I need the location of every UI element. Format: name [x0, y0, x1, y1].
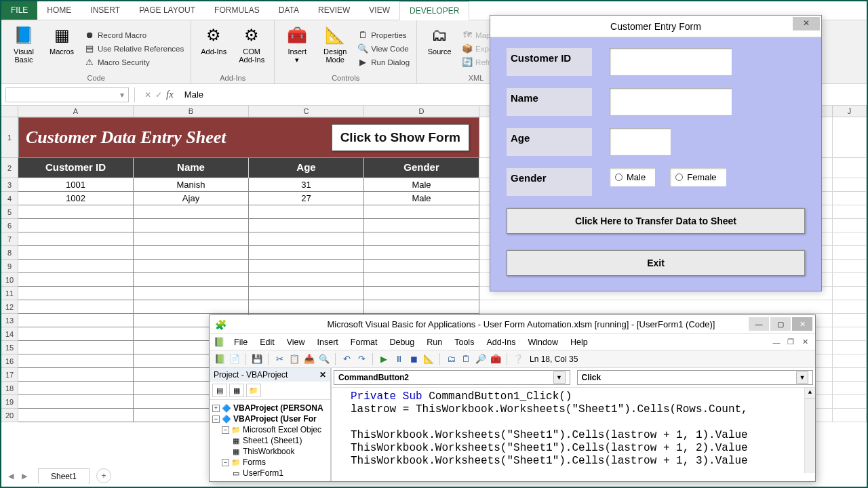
rowhead-7[interactable]: 7	[1, 232, 18, 246]
rowhead-12[interactable]: 12	[1, 300, 18, 314]
vba-child-close-button[interactable]: ✕	[799, 337, 811, 348]
vba-menu-window[interactable]: Window	[523, 336, 564, 349]
cell-gender[interactable]: Male	[364, 178, 479, 192]
rowhead-2[interactable]: 2	[1, 158, 18, 178]
properties-button[interactable]: 🗒Properties	[356, 29, 411, 41]
procedure-dropdown[interactable]: Click▼	[577, 370, 814, 385]
insert-control-button[interactable]: 🧰 Insert▾	[280, 23, 314, 74]
save-icon[interactable]: 💾	[251, 353, 263, 365]
tab-formulas[interactable]: FORMULAS	[205, 1, 269, 20]
cell-blank[interactable]	[18, 354, 134, 368]
cell-blank[interactable]	[134, 273, 249, 287]
rowhead-3[interactable]: 3	[1, 178, 18, 192]
exit-button[interactable]: Exit	[507, 250, 805, 276]
userform-titlebar[interactable]: Customer Entry Form ✕	[490, 16, 821, 37]
tree-thisworkbook[interactable]: ThisWorkbook	[243, 447, 294, 456]
cell-blank[interactable]	[833, 219, 867, 232]
cell-blank[interactable]	[364, 300, 479, 314]
cell-blank[interactable]	[249, 246, 364, 260]
cell-blank[interactable]	[833, 273, 867, 287]
cell-blank[interactable]	[18, 260, 134, 273]
vba-menu-addins[interactable]: Add-Ins	[481, 336, 521, 349]
cell-blank[interactable]	[134, 246, 249, 260]
cell-blank[interactable]	[134, 219, 249, 232]
scroll-up-icon[interactable]: ▲	[805, 388, 815, 399]
th-gender[interactable]: Gender	[364, 158, 479, 178]
th-name[interactable]: Name	[134, 158, 249, 178]
show-form-button[interactable]: Click to Show Form	[332, 124, 469, 151]
cell-blank[interactable]	[18, 273, 134, 287]
cell-blank[interactable]	[18, 246, 134, 260]
cell-blank[interactable]	[364, 232, 479, 246]
cell-blank[interactable]	[833, 314, 867, 327]
cut-icon[interactable]: ✂	[273, 353, 285, 365]
code-scrollbar[interactable]: ▲	[804, 388, 815, 473]
cell-blank[interactable]	[833, 117, 867, 158]
cell-blank[interactable]	[18, 327, 134, 341]
tab-review[interactable]: REVIEW	[309, 1, 359, 20]
tree-userform1[interactable]: UserForm1	[243, 468, 283, 478]
rowhead-14[interactable]: 14	[1, 327, 18, 341]
vba-menu-file[interactable]: File	[229, 336, 253, 349]
cancel-formula-icon[interactable]: ✕	[144, 90, 151, 100]
excel-app-icon[interactable]: 📗	[214, 337, 224, 348]
cell-blank[interactable]	[134, 287, 249, 300]
undo-icon[interactable]: ↶	[340, 353, 353, 365]
tab-view[interactable]: VIEW	[359, 1, 399, 20]
name-box-dropdown-icon[interactable]: ▾	[120, 90, 124, 100]
rowhead-16[interactable]: 16	[1, 354, 18, 368]
col-header-b[interactable]: B	[134, 106, 249, 117]
sheet-nav-right-icon[interactable]: ▶	[18, 469, 31, 483]
cell-blank[interactable]	[249, 205, 364, 219]
properties-window-icon[interactable]: 🗒	[460, 353, 472, 365]
tab-developer[interactable]: DEVELOPER	[399, 1, 469, 20]
object-dropdown[interactable]: CommandButton2▼	[334, 370, 570, 385]
rowhead-20[interactable]: 20	[1, 409, 18, 422]
find-icon[interactable]: 🔍	[318, 353, 330, 365]
cell-age[interactable]: 27	[249, 192, 364, 205]
vba-menu-help[interactable]: Help	[565, 336, 593, 349]
fx-icon[interactable]: fx	[166, 89, 174, 100]
cell-customer-id[interactable]: 1002	[18, 192, 134, 205]
cell-blank[interactable]	[134, 232, 249, 246]
cell-blank[interactable]	[364, 246, 479, 260]
help-icon[interactable]: ❔	[512, 353, 524, 365]
col-header-a[interactable]: A	[18, 106, 134, 117]
sheet-tab-sheet1[interactable]: Sheet1	[38, 468, 90, 484]
cell-blank[interactable]	[364, 273, 479, 287]
cell-blank[interactable]	[833, 178, 867, 192]
macro-security-button[interactable]: ⚠Macro Security	[83, 56, 185, 68]
paste-icon[interactable]: 📥	[303, 353, 315, 365]
name-box[interactable]: ▾	[5, 87, 129, 102]
toggle-folders-icon[interactable]: 📁	[246, 384, 261, 397]
rowhead-5[interactable]: 5	[1, 205, 18, 219]
visual-basic-button[interactable]: 📘 Visual Basic	[7, 23, 41, 74]
cell-blank[interactable]	[18, 395, 134, 409]
cell-name[interactable]: Ajay	[134, 192, 249, 205]
vba-minimize-button[interactable]: —	[749, 317, 769, 331]
col-header-j[interactable]: J	[833, 106, 867, 117]
th-customer-id[interactable]: Customer ID	[18, 158, 134, 178]
insert-module-icon[interactable]: 📄	[229, 353, 241, 365]
cell-blank[interactable]	[18, 341, 134, 354]
cell-blank[interactable]	[833, 158, 867, 178]
vba-menu-format[interactable]: Format	[345, 336, 383, 349]
cell-blank[interactable]	[833, 192, 867, 205]
cell-blank[interactable]	[249, 260, 364, 273]
view-code-icon[interactable]: ▤	[212, 384, 227, 397]
sheet-nav-left-icon[interactable]: ◀	[4, 469, 18, 483]
tree-project-personal[interactable]: VBAProject (PERSONA	[233, 403, 323, 413]
com-addins-button[interactable]: ⚙ COM Add-Ins	[235, 23, 269, 74]
rowhead-10[interactable]: 10	[1, 273, 18, 287]
rowhead-11[interactable]: 11	[1, 287, 18, 300]
vba-menu-run[interactable]: Run	[421, 336, 448, 349]
cell-blank[interactable]	[833, 327, 867, 341]
copy-icon[interactable]: 📋	[288, 353, 300, 365]
cell-blank[interactable]	[18, 219, 134, 232]
cell-blank[interactable]	[249, 300, 364, 314]
cell-blank[interactable]	[364, 287, 479, 300]
tree-folder-excel-objects[interactable]: Microsoft Excel Objec	[243, 425, 321, 434]
cell-blank[interactable]	[833, 368, 867, 382]
view-code-button[interactable]: 🔍View Code	[356, 43, 411, 55]
rowhead-6[interactable]: 6	[1, 219, 18, 232]
